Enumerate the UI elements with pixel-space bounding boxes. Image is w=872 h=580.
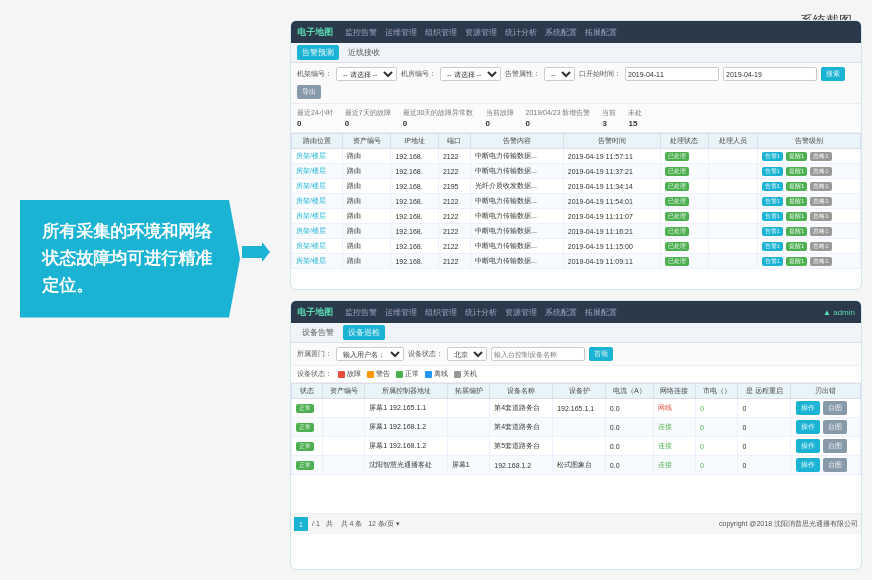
col-content: 告警内容 [471,134,564,149]
cell-port: 2122 [438,209,470,224]
screen1-nav-item-4[interactable]: 资源管理 [465,27,497,38]
cell-content: 中断电力传输数据... [471,224,564,239]
status-fault[interactable]: 故障 [338,369,361,379]
search-device-input[interactable] [491,347,585,361]
cell-current: 0.0 [605,418,653,437]
filter-room[interactable]: -- 请选择 -- [440,67,501,81]
cell-device [553,418,606,437]
col-time: 告警时间 [563,134,660,149]
cell-asset: 路由 [343,149,391,164]
cell-location: 房架/楼层 [292,239,343,254]
screen2-panel: 电子地图 监控告警 运维管理 组织管理 统计分析 资源管理 系统配置 拓展配置 … [290,300,862,570]
screen2-nav-tj[interactable]: 统计分析 [465,307,497,318]
table-row: 房架/楼层路由192.168.2122中断电力传输数据...2019-04-19… [292,254,861,269]
screen1-table-container: 路由位置 资产编号 IP地址 端口 告警内容 告警时间 处理状态 处理人员 告警… [291,133,861,290]
cell-ip: 192.168. [391,254,438,269]
screen1-nav-item-7[interactable]: 拓展配置 [585,27,617,38]
svg-marker-0 [242,242,270,262]
shutdown-dot [454,371,461,378]
op-btn-2[interactable]: 台图 [823,439,847,453]
cell-error: 操作 台图 [791,437,861,456]
screen2-nav-tz[interactable]: 拓展配置 [585,307,617,318]
cell-asset: 路由 [343,224,391,239]
cell-location: 房架/楼层 [292,194,343,209]
cell-port: 2122 [438,254,470,269]
op-btn-2[interactable]: 台图 [823,458,847,472]
op-btn-2[interactable]: 台图 [823,420,847,434]
screen2-subnav-sbgj[interactable]: 设备告警 [297,325,339,340]
status-warning[interactable]: 警告 [367,369,390,379]
cell-content: 中断电力传输数据... [471,149,564,164]
screen1-panel: 电子地图 监控告警 运维管理 组织管理 资源管理 统计分析 系统配置 拓展配置 … [290,20,862,290]
cell-level: 告警1 提醒1 忽略1 [757,194,860,209]
col2-status: 状态 [292,384,323,399]
export-button[interactable]: 导出 [297,85,321,99]
cell-time: 2019-04-19 11:11:07 [563,209,660,224]
cell-status: 正常 [292,399,323,418]
cell-asset [322,399,364,418]
status-shutdown[interactable]: 关机 [454,369,477,379]
label-dept: 所属置门： [297,349,332,359]
cell-handler [709,149,757,164]
normal-dot [396,371,403,378]
cell-power: 0 [695,456,737,475]
table-row: 房架/楼层路由192.168.2122中断电力传输数据...2019-04-19… [292,209,861,224]
filter-rack[interactable]: -- 请选择 -- [336,67,397,81]
screen1-nav-item-1[interactable]: 监控告警 [345,27,377,38]
cell-handler [709,164,757,179]
cell-time: 2019-04-19 11:09:11 [563,254,660,269]
cell-status: 已处理 [660,149,708,164]
table-row: 房架/楼层路由192.168.2122中断电力传输数据...2019-04-19… [292,194,861,209]
cell-power: 0 [695,418,737,437]
screen2-subnav-sbjx[interactable]: 设备巡检 [343,325,385,340]
cell-remote: 0 [738,437,791,456]
cell-port: 2122 [438,149,470,164]
table-row: 正常 屏幕1 192.168.1.2 第5套道路务台 0.0 连接 0 0 操作… [292,437,861,456]
per-page: 共 4 条 12 条/页 ▾ [341,519,400,529]
filter-dept[interactable]: 输入用户名： [336,347,404,361]
page-info: / 1 共 [312,519,337,529]
page-btn-1[interactable]: 1 [294,517,308,531]
screen2-nav-zz[interactable]: 组织管理 [425,307,457,318]
screen1-nav-item-5[interactable]: 统计分析 [505,27,537,38]
cell-status: 已处理 [660,209,708,224]
callout-box: 所有采集的环境和网络状态故障均可进行精准定位。 [20,200,240,318]
shutdown-label: 关机 [463,369,477,379]
screen2-subnav: 设备告警 设备巡检 [291,323,861,343]
col2-controller: 所属控制器地址 [365,384,448,399]
status-normal[interactable]: 正常 [396,369,419,379]
op-btn-1[interactable]: 操作 [796,458,820,472]
screen2-nav-zy[interactable]: 资源管理 [505,307,537,318]
search-device-button[interactable]: 首领 [589,347,613,361]
cell-content: 中断电力传输数据... [471,194,564,209]
filter-device-status[interactable]: 北京 [447,347,487,361]
screen1-nav-item-3[interactable]: 组织管理 [425,27,457,38]
search-button[interactable]: 搜索 [821,67,845,81]
op-btn-2[interactable]: 台图 [823,401,847,415]
screen2-nav-jk[interactable]: 监控告警 [345,307,377,318]
op-btn-1[interactable]: 操作 [796,420,820,434]
screen2-nav-yw[interactable]: 运维管理 [385,307,417,318]
screen2-admin-label: ▲ admin [823,308,855,317]
filter-start-time[interactable] [625,67,719,81]
cell-error: 操作 台图 [791,399,861,418]
filter-end-time[interactable] [723,67,817,81]
warning-dot [367,371,374,378]
filter-alarm-attr[interactable]: -- [544,67,575,81]
screen1-subnav-item-1[interactable]: 告警预测 [297,45,339,60]
screen1-nav-item-2[interactable]: 运维管理 [385,27,417,38]
cell-controller: 沈阳智慧光通播客处 [365,456,448,475]
cell-port: 2195 [438,179,470,194]
screen1-subnav-item-2[interactable]: 近线接收 [343,45,385,60]
screen2-nav-xt[interactable]: 系统配置 [545,307,577,318]
col-level: 告警级别 [757,134,860,149]
callout-text: 所有采集的环境和网络状态故障均可进行精准定位。 [42,222,212,295]
screen1-nav-item-6[interactable]: 系统配置 [545,27,577,38]
op-btn-1[interactable]: 操作 [796,401,820,415]
status-offline[interactable]: 离线 [425,369,448,379]
label-status: 设备状态： [408,349,443,359]
cell-port: 2122 [438,239,470,254]
stat-7d: 最近7天的故障 0 [345,108,391,128]
cell-controller: 屏幕1 192.165.1.1 [365,399,448,418]
op-btn-1[interactable]: 操作 [796,439,820,453]
